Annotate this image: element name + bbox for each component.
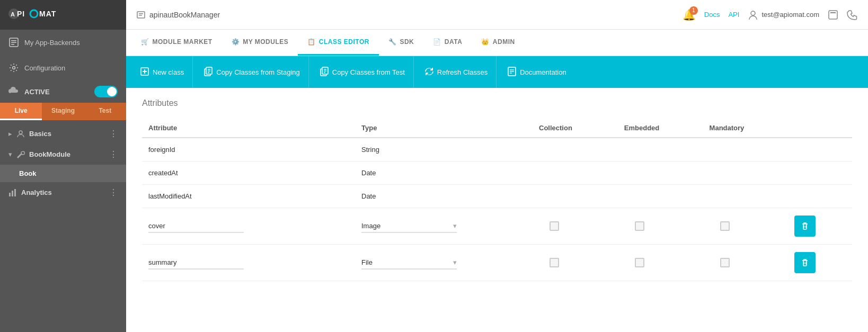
- tab-admin[interactable]: 👑 ADMIN: [472, 30, 524, 56]
- attribute-name-input[interactable]: [148, 220, 244, 233]
- col-header-type: Type: [355, 119, 533, 138]
- action-cell: [788, 161, 852, 185]
- new-class-button[interactable]: New class: [131, 56, 193, 88]
- tab-label: DATA: [445, 38, 463, 46]
- main-area: apinautBookManager 🔔 1 Docs API test@api…: [126, 0, 868, 332]
- sidebar-group-label: Basics: [29, 130, 51, 138]
- docs-link[interactable]: Docs: [704, 11, 720, 19]
- attribute-type-cell: Image ▾: [355, 208, 533, 245]
- svg-text:PI: PI: [17, 10, 25, 18]
- toolbar: New class Copy Classes from Staging: [126, 56, 868, 88]
- table-row: createdAt Date: [142, 161, 852, 185]
- sidebar-item-configuration[interactable]: Configuration: [0, 55, 126, 80]
- env-tabs: Live Staging Test: [0, 103, 126, 120]
- sidebar-item-analytics[interactable]: Analytics ⋮: [0, 182, 126, 203]
- tab-sdk[interactable]: 🔧 SDK: [379, 30, 423, 56]
- copy-from-staging-button[interactable]: Copy Classes from Staging: [195, 56, 309, 88]
- col-header-mandatory: Mandatory: [703, 119, 789, 138]
- sidebar-item-my-app-backends[interactable]: My App-Backends: [0, 30, 126, 55]
- copy-staging-icon: [203, 67, 213, 78]
- tab-my-modules[interactable]: ⚙️ MY MODULES: [222, 30, 298, 56]
- col-header-action: [788, 119, 852, 138]
- window-icon[interactable]: [828, 10, 838, 20]
- top-header: apinautBookManager 🔔 1 Docs API test@api…: [126, 0, 868, 30]
- embedded-checkbox[interactable]: [635, 221, 644, 231]
- env-tab-live[interactable]: Live: [0, 103, 42, 120]
- user-area: test@apiomat.com: [748, 10, 819, 20]
- phone-icon[interactable]: [847, 10, 857, 20]
- mandatory-checkbox[interactable]: [720, 221, 730, 231]
- group-more-icon[interactable]: ⋮: [109, 149, 118, 159]
- api-link[interactable]: API: [728, 11, 739, 19]
- mandatory-checkbox[interactable]: [720, 258, 730, 267]
- tab-data[interactable]: 📄 DATA: [423, 30, 472, 56]
- attributes-table: Attribute Type Collection Embedded Manda…: [142, 119, 852, 281]
- trash-icon: [801, 258, 809, 267]
- tab-module-market[interactable]: 🛒 MODULE MARKET: [131, 30, 222, 56]
- attribute-name: createdAt: [142, 161, 355, 185]
- delete-row-button[interactable]: [794, 252, 816, 273]
- svg-text:MAT: MAT: [39, 10, 56, 18]
- chevron-down-icon: ▾: [453, 222, 457, 230]
- env-tab-test[interactable]: Test: [84, 103, 126, 120]
- env-tab-staging[interactable]: Staging: [42, 103, 84, 120]
- svg-rect-7: [11, 42, 16, 43]
- collection-checkbox[interactable]: [550, 221, 559, 231]
- app-name: apinautBookManager: [149, 11, 220, 19]
- delete-row-button[interactable]: [794, 216, 816, 237]
- tab-label: MY MODULES: [243, 38, 288, 46]
- table-header-row: Attribute Type Collection Embedded Manda…: [142, 119, 852, 138]
- col-header-embedded: Embedded: [618, 119, 703, 138]
- type-value: File: [361, 258, 373, 266]
- table-row: Image ▾: [142, 208, 852, 245]
- documentation-label: Documentation: [520, 68, 566, 76]
- sidebar-group-bookmodule[interactable]: ▾ BookModule ⋮: [0, 144, 126, 165]
- type-select-wrapper: Image ▾: [361, 220, 457, 233]
- attribute-type: Date: [355, 185, 533, 208]
- collection-cell: [533, 161, 618, 185]
- group-more-icon[interactable]: ⋮: [109, 129, 118, 139]
- notification-area[interactable]: 🔔 1: [683, 8, 696, 21]
- collection-checkbox-wrapper: [539, 221, 612, 231]
- embedded-cell: [618, 208, 703, 245]
- refresh-classes-button[interactable]: Refresh Classes: [416, 56, 497, 88]
- sidebar-groups: ▸ Basics ⋮ ▾ BookModule ⋮ Book: [0, 120, 126, 206]
- embedded-cell: [618, 185, 703, 208]
- copy-test-icon: [320, 67, 329, 78]
- analytics-more-icon[interactable]: ⋮: [109, 187, 118, 198]
- chevron-right-icon: ▸: [8, 130, 12, 138]
- tab-label: MODULE MARKET: [153, 38, 212, 46]
- svg-rect-16: [139, 15, 142, 16]
- mandatory-checkbox-wrapper: [710, 258, 782, 267]
- mandatory-cell: [703, 161, 789, 185]
- copy-staging-label: Copy Classes from Staging: [216, 68, 300, 76]
- attribute-name-cell: [142, 245, 355, 281]
- attribute-type: Date: [355, 161, 533, 185]
- action-cell: [788, 245, 852, 281]
- svg-point-17: [751, 11, 755, 15]
- type-select-wrapper: File ▾: [361, 256, 457, 270]
- active-toggle[interactable]: [94, 86, 118, 97]
- mandatory-cell: [703, 138, 789, 161]
- section-title: Attributes: [142, 98, 852, 108]
- copy-from-test-button[interactable]: Copy Classes from Test: [311, 56, 414, 88]
- type-value: Image: [361, 222, 380, 230]
- sidebar-group-basics[interactable]: ▸ Basics ⋮: [0, 123, 126, 144]
- embedded-checkbox-wrapper: [624, 221, 697, 231]
- mandatory-cell: [703, 185, 789, 208]
- refresh-label: Refresh Classes: [437, 68, 488, 76]
- data-icon: 📄: [433, 38, 441, 46]
- documentation-button[interactable]: Documentation: [499, 56, 574, 88]
- person-icon: [16, 130, 25, 138]
- sidebar-item-book[interactable]: Book: [0, 165, 126, 182]
- tab-class-editor[interactable]: 📋 CLASS EDITOR: [298, 30, 379, 56]
- analytics-icon: [8, 189, 17, 197]
- embedded-checkbox[interactable]: [635, 258, 644, 267]
- collection-cell: [533, 245, 618, 281]
- user-email: test@apiomat.com: [761, 11, 819, 19]
- attribute-name-input[interactable]: [148, 256, 244, 270]
- active-status-area: ACTIVE: [0, 80, 126, 103]
- collection-checkbox[interactable]: [550, 258, 559, 267]
- user-icon: [748, 10, 758, 20]
- sidebar: A PI MAT My App-Backends Configuration: [0, 0, 126, 332]
